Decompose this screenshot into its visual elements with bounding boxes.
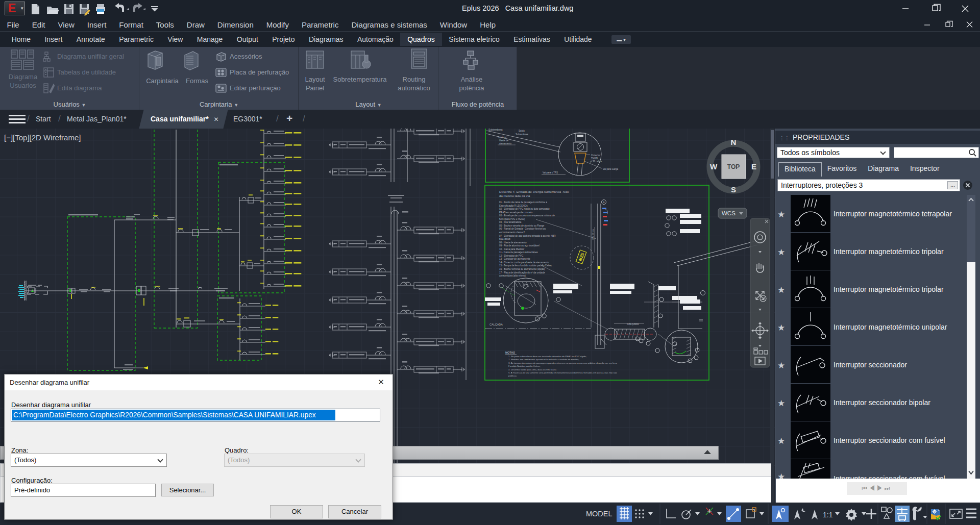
svg-text:30 a 50 cm: 30 a 50 cm bbox=[592, 229, 594, 240]
svg-text:10 - Caixa para Medidor: 10 - Caixa para Medidor bbox=[499, 248, 525, 251]
svg-text:CALÇADA: CALÇADA bbox=[489, 323, 503, 326]
svg-text:WCS: WCS bbox=[722, 210, 736, 216]
svg-text:11 - Caixa de passagem subterr: 11 - Caixa de passagem subterrânea bbox=[499, 251, 538, 254]
svg-text:aterramento: aterramento bbox=[499, 142, 512, 145]
svg-text:PEAD em envelope de concreto: PEAD em envelope de concreto bbox=[499, 211, 533, 214]
svg-text:3. As tampas das caixas de p: 3. As tampas das caixas de passagem quan… bbox=[508, 362, 618, 364]
svg-text:Especificação À LEGENDA: Especificação À LEGENDA bbox=[499, 204, 528, 207]
svg-text:04 - Fita Sinalizadora: 04 - Fita Sinalizadora bbox=[499, 221, 522, 223]
svg-text:TOP: TOP bbox=[727, 163, 740, 170]
svg-text:TMGB: TMGB bbox=[591, 157, 598, 160]
svg-text:NOTAS: NOTAS bbox=[505, 351, 515, 354]
svg-text:16 - Bucha Terminal de aterram: 16 - Bucha Terminal de aterramento (opçã… bbox=[499, 268, 546, 270]
svg-text:Vai para Carga: Vai para Carga bbox=[603, 168, 618, 170]
svg-text:02 - Eletroduto de PVC rígido: 02 - Eletroduto de PVC rígido ou duto co… bbox=[499, 208, 550, 210]
svg-text:1. Na parte subterrânea deve: 1. Na parte subterrânea deve ser instala… bbox=[508, 355, 586, 358]
svg-text:encordoamento classe 2: encordoamento classe 2 bbox=[499, 231, 525, 234]
svg-text:03 - Envelope de concreto com: 03 - Envelope de concreto com espessura … bbox=[499, 214, 555, 217]
svg-text:S: S bbox=[731, 185, 736, 194]
svg-text:4. Desenho válido para uma,: 4. Desenho válido para uma, duas ou três… bbox=[508, 368, 556, 371]
svg-text:08 - Haste de aterramento: 08 - Haste de aterramento bbox=[499, 241, 527, 244]
svg-text:Vai para o TPS: Vai para o TPS bbox=[543, 171, 558, 174]
svg-text:Fundido Nodular padrão Celesc;: Fundido Nodular padrão Celesc; bbox=[508, 365, 541, 367]
svg-text:1:1: 1:1 bbox=[823, 511, 833, 519]
svg-text:Desenho 4 -Entrada de energia: Desenho 4 -Entrada de energia subterrâne… bbox=[499, 190, 570, 193]
svg-text:01 - Fundo da caixa de passage: 01 - Fundo da caixa de passagem conforme… bbox=[499, 201, 547, 204]
svg-text:13 - Condutor de aterramento: 13 - Condutor de aterramento bbox=[499, 258, 530, 260]
svg-text:2. Medidas em centímetros qu: 2. Medidas em centímetros quando não ind… bbox=[508, 358, 579, 361]
svg-text:Haste de: Haste de bbox=[499, 139, 509, 142]
svg-text:07 - Eletroduto de aço-carbono: 07 - Eletroduto de aço-carbono zincado a… bbox=[499, 235, 556, 237]
svg-text:09 - Fita de alumínio ou aço i: 09 - Fita de alumínio ou aço inoxidável bbox=[499, 244, 540, 247]
svg-text:5. A Travessia de via soment: 5. A Travessia de via somente será permi… bbox=[508, 371, 617, 374]
svg-text:Saída: Saída bbox=[519, 130, 525, 132]
svg-text:N: N bbox=[731, 138, 737, 146]
svg-text:Saída p/: Saída p/ bbox=[498, 136, 507, 139]
svg-text:do mesmo lado da via: do mesmo lado da via bbox=[499, 194, 530, 197]
svg-text:públicas: públicas bbox=[508, 374, 517, 377]
svg-text:A: A bbox=[603, 201, 604, 204]
svg-text:12 - Eletroduto de PVC: 12 - Eletroduto de PVC bbox=[499, 255, 524, 257]
svg-text:17 - Placa de identificação do: 17 - Placa de identificação do nº da uni… bbox=[499, 271, 545, 274]
svg-text:5597/5598: 5597/5598 bbox=[499, 238, 510, 240]
svg-text:MODEL: MODEL bbox=[586, 510, 612, 518]
svg-text:E: E bbox=[751, 162, 756, 171]
svg-text:p/ 32 cabos: p/ 32 cabos bbox=[590, 160, 602, 163]
svg-text:14 - Conector cunha para haste: 14 - Conector cunha para haste de aterra… bbox=[499, 261, 549, 264]
svg-text:CALÇADA: CALÇADA bbox=[627, 322, 639, 326]
svg-text:Subterrânea: Subterrânea bbox=[488, 129, 503, 131]
svg-text:Conector: Conector bbox=[591, 154, 601, 157]
svg-text:Subterrânea: Subterrânea bbox=[516, 133, 528, 136]
svg-text:W: W bbox=[710, 162, 718, 171]
svg-text:5cm (para PVC e PEAD): 5cm (para PVC e PEAD) bbox=[499, 218, 525, 220]
svg-text:06 - Ramal de Entrada - Condut: 06 - Ramal de Entrada - Condutor flexíve… bbox=[499, 228, 546, 230]
svg-text:05 - Bucha e arruela de alumín: 05 - Bucha e arruela de alumínio ou Flan… bbox=[499, 224, 545, 227]
svg-text:15 - Tampa de ferro fundido no: 15 - Tampa de ferro fundido nodular padr… bbox=[499, 264, 553, 267]
svg-text:consumidora (alto relevo): consumidora (alto relevo) bbox=[499, 274, 526, 277]
